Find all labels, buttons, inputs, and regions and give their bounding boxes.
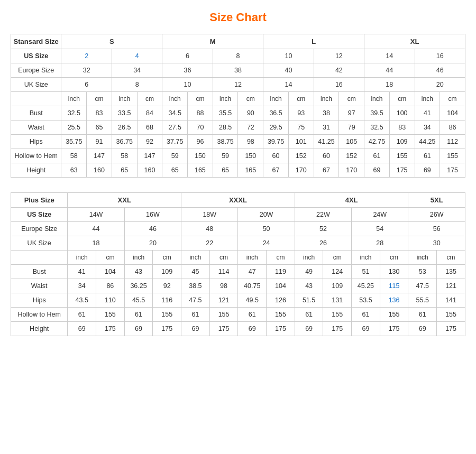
eu-40: 40: [263, 63, 314, 78]
bust-8: 36.5: [263, 106, 289, 121]
waist-1: 65: [87, 121, 112, 135]
unit-inch-7: inch: [364, 92, 390, 106]
waist-4: 27.5: [162, 121, 188, 135]
uk-6: 6: [61, 78, 112, 92]
plus-eu-52: 52: [295, 222, 351, 236]
p-hollow-5: 155: [209, 308, 238, 322]
plus-eu-46: 46: [124, 222, 181, 236]
p-hollow-10: 61: [352, 308, 380, 322]
unit-cm-4: cm: [238, 92, 263, 106]
plus-us-18w: 18W: [181, 208, 238, 222]
p-hollow-3: 155: [153, 308, 181, 322]
plus-uk-30: 30: [408, 236, 465, 251]
p-bust-10: 51: [352, 265, 380, 279]
5xl-group-header: 5XL: [408, 193, 465, 208]
eu-32: 32: [61, 63, 112, 78]
uk-10: 10: [162, 78, 213, 92]
us-size-label: US Size: [11, 49, 61, 63]
uk-18: 18: [364, 78, 415, 92]
plus-uk-18: 18: [68, 236, 124, 251]
hips-1: 91: [87, 135, 112, 149]
height-3: 160: [137, 163, 162, 178]
hips-6: 38.75: [213, 135, 238, 149]
plus-waist-label: Waist: [11, 279, 68, 293]
plus-us-size-row: US Size 14W 16W 18W 20W 22W 24W 26W: [11, 208, 465, 222]
plus-uk-row: UK Size 18 20 22 24 26 28 30: [11, 236, 465, 251]
plus-eu-44: 44: [68, 222, 124, 236]
p-height-12: 69: [408, 322, 437, 336]
waist-2: 26.5: [112, 121, 137, 135]
us-12: 12: [314, 49, 364, 63]
height-5: 165: [188, 163, 213, 178]
standard-unit-row: inch cm inch cm inch cm inch cm inch cm …: [11, 92, 465, 106]
unit-inch-1: inch: [61, 92, 87, 106]
unit-inch-2: inch: [112, 92, 137, 106]
p-hips-11: 136: [380, 293, 408, 308]
p-unit-cm-4: cm: [267, 251, 295, 265]
p-waist-4: 38.5: [181, 279, 210, 293]
hips-12: 42.75: [364, 135, 390, 149]
plus-hips-row: Hips 43.5 110 45.5 116 47.5 121 49.5 126…: [11, 293, 465, 308]
hips-9: 101: [288, 135, 314, 149]
bust-7: 90: [238, 106, 263, 121]
p-hips-2: 45.5: [124, 293, 153, 308]
plus-bust-row: Bust 41 104 43 109 45 114 47 119 49 124 …: [11, 265, 465, 279]
hollow-9: 152: [288, 149, 314, 163]
p-hollow-12: 61: [408, 308, 437, 322]
p-bust-6: 47: [238, 265, 267, 279]
height-9: 170: [288, 163, 314, 178]
height-13: 175: [389, 163, 415, 178]
waist-5: 70: [188, 121, 213, 135]
p-height-4: 69: [181, 322, 210, 336]
p-height-2: 69: [124, 322, 153, 336]
p-unit-inch-1: inch: [68, 251, 96, 265]
p-bust-3: 109: [153, 265, 181, 279]
waist-11: 79: [339, 121, 364, 135]
us-4: 4: [112, 49, 162, 63]
hollow-2: 58: [112, 149, 137, 163]
hips-3: 92: [137, 135, 162, 149]
height-7: 165: [238, 163, 263, 178]
eu-44: 44: [364, 63, 415, 78]
p-hips-6: 49.5: [238, 293, 267, 308]
p-bust-12: 53: [408, 265, 437, 279]
p-waist-12: 47.5: [408, 279, 437, 293]
plus-bust-label: Bust: [11, 265, 68, 279]
p-bust-7: 119: [267, 265, 295, 279]
eu-38: 38: [213, 63, 263, 78]
p-bust-5: 114: [209, 265, 238, 279]
unit-inch-6: inch: [314, 92, 339, 106]
us-8: 8: [213, 49, 263, 63]
p-height-8: 69: [295, 322, 323, 336]
bust-1: 83: [87, 106, 112, 121]
plus-uk-24: 24: [238, 236, 295, 251]
hollow-11: 152: [339, 149, 364, 163]
p-waist-13: 121: [437, 279, 465, 293]
hollow-6: 59: [213, 149, 238, 163]
unit-cm-7: cm: [389, 92, 415, 106]
hips-14: 44.25: [415, 135, 440, 149]
p-hollow-7: 155: [267, 308, 295, 322]
bust-4: 34.5: [162, 106, 188, 121]
p-unit-inch-3: inch: [181, 251, 210, 265]
us-6: 6: [162, 49, 213, 63]
unit-cm-6: cm: [339, 92, 364, 106]
bust-10: 38: [314, 106, 339, 121]
height-1: 160: [87, 163, 112, 178]
bust-3: 84: [137, 106, 162, 121]
p-hollow-2: 61: [124, 308, 153, 322]
p-height-6: 69: [238, 322, 267, 336]
hips-5: 96: [188, 135, 213, 149]
p-waist-6: 40.75: [238, 279, 267, 293]
standard-hollow-row: Hollow to Hem 58 147 58 147 59 150 59 15…: [11, 149, 465, 163]
plus-hollow-row: Hollow to Hem 61 155 61 155 61 155 61 15…: [11, 308, 465, 322]
hips-13: 109: [389, 135, 415, 149]
unit-cm-3: cm: [188, 92, 213, 106]
hips-0: 35.75: [61, 135, 87, 149]
height-8: 67: [263, 163, 289, 178]
standard-hips-row: Hips 35.75 91 36.75 92 37.75 96 38.75 98…: [11, 135, 465, 149]
page-title: Size Chart: [11, 11, 465, 24]
unit-cm-5: cm: [288, 92, 314, 106]
p-unit-cm-6: cm: [380, 251, 408, 265]
p-hips-10: 53.5: [352, 293, 380, 308]
